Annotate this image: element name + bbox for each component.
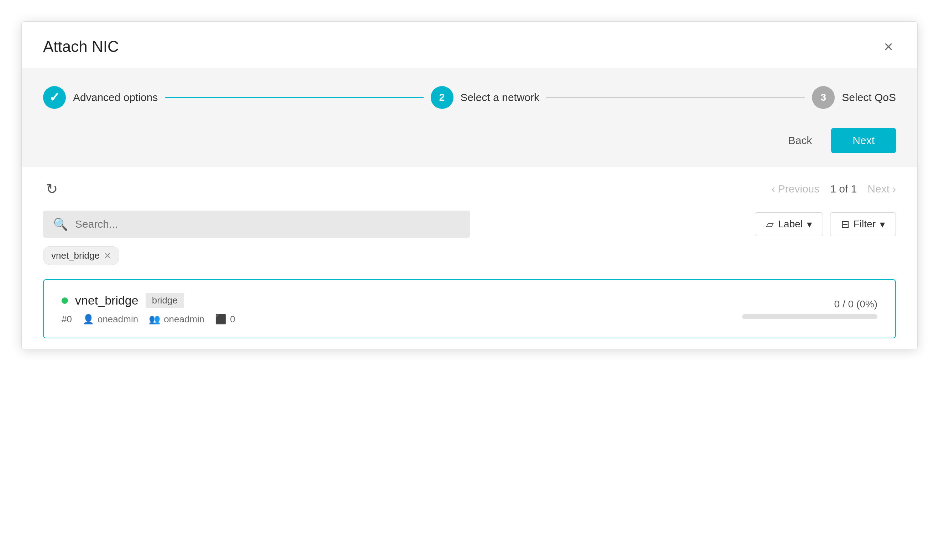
vm-icon: ⬛ xyxy=(215,314,227,325)
refresh-icon: ↻ xyxy=(46,181,58,197)
step-3-circle: 3 xyxy=(812,86,835,109)
network-name-row: vnet_bridge bridge xyxy=(62,293,235,308)
step-line-1 xyxy=(165,97,424,98)
network-group: 👥 oneadmin xyxy=(149,314,204,325)
step-1-circle: ✓ xyxy=(43,86,66,109)
close-button[interactable]: × xyxy=(881,36,896,57)
network-badge: bridge xyxy=(146,293,184,308)
tag-label: vnet_bridge xyxy=(51,250,100,261)
search-icon: 🔍 xyxy=(53,217,68,231)
filter-controls: ▱ Label ▾ ⊟ Filter ▾ xyxy=(755,212,896,236)
network-card-right: 0 / 0 (0%) xyxy=(735,298,877,319)
stepper: ✓ Advanced options 2 Select a network 3 … xyxy=(43,86,896,109)
filter-chevron-icon: ▾ xyxy=(880,218,885,230)
filter-icon: ⊟ xyxy=(841,218,849,230)
pagination-previous-button[interactable]: ‹ Previous xyxy=(772,183,820,195)
step-line-2 xyxy=(546,97,805,98)
step-2-circle: 2 xyxy=(431,86,453,109)
label-icon: ▱ xyxy=(766,218,774,230)
network-owner-value: oneadmin xyxy=(97,314,138,325)
modal-header: Attach NIC × xyxy=(22,22,917,68)
pagination-info: 1 of 1 xyxy=(830,183,857,195)
step-3-label: Select QoS xyxy=(842,91,896,103)
search-box: 🔍 xyxy=(43,211,470,238)
pagination: ‹ Previous 1 of 1 Next › xyxy=(772,183,896,195)
network-usage: 0 / 0 (0%) xyxy=(834,298,877,310)
step-3-number: 3 xyxy=(820,92,826,103)
filter-button-text: Filter xyxy=(854,218,876,230)
stepper-actions: Back Next xyxy=(22,120,917,167)
filter-button[interactable]: ⊟ Filter ▾ xyxy=(830,212,896,236)
content-section: ↻ ‹ Previous 1 of 1 Next › 🔍 xyxy=(22,167,917,349)
network-owner: 👤 oneadmin xyxy=(83,314,138,325)
label-button[interactable]: ▱ Label ▾ xyxy=(755,212,823,236)
network-meta: #0 👤 oneadmin 👥 oneadmin ⬛ 0 xyxy=(62,314,235,325)
progress-bar-container xyxy=(742,314,877,319)
group-icon: 👥 xyxy=(149,314,160,325)
network-vms: ⬛ 0 xyxy=(215,314,235,325)
step-1: ✓ Advanced options xyxy=(43,86,158,109)
modal-title: Attach NIC xyxy=(43,38,119,55)
status-dot xyxy=(62,297,68,304)
chevron-left-icon: ‹ xyxy=(772,183,775,195)
step-2: 2 Select a network xyxy=(431,86,540,109)
previous-label: Previous xyxy=(778,183,820,195)
user-icon: 👤 xyxy=(83,314,94,325)
network-card[interactable]: vnet_bridge bridge #0 👤 oneadmin 👥 onead… xyxy=(43,279,896,338)
toolbar: ↻ ‹ Previous 1 of 1 Next › xyxy=(43,178,896,200)
search-row: 🔍 ▱ Label ▾ ⊟ Filter ▾ xyxy=(43,211,896,238)
stepper-section: ✓ Advanced options 2 Select a network 3 … xyxy=(22,68,917,120)
attach-nic-modal: Attach NIC × ✓ Advanced options 2 Select… xyxy=(22,22,917,349)
network-vms-value: 0 xyxy=(230,314,235,325)
back-button[interactable]: Back xyxy=(778,129,823,152)
next-label: Next xyxy=(868,183,890,195)
network-id: #0 xyxy=(62,314,72,325)
refresh-button[interactable]: ↻ xyxy=(43,178,61,200)
step-1-checkmark: ✓ xyxy=(49,90,60,105)
tag-vnet-bridge: vnet_bridge ✕ xyxy=(43,246,119,265)
label-button-text: Label xyxy=(778,218,803,230)
network-id-value: #0 xyxy=(62,314,72,325)
step-1-label: Advanced options xyxy=(73,91,158,103)
next-button[interactable]: Next xyxy=(831,128,896,153)
tag-close-button[interactable]: ✕ xyxy=(104,251,111,261)
label-chevron-icon: ▾ xyxy=(807,218,812,230)
network-group-value: oneadmin xyxy=(164,314,204,325)
search-input[interactable] xyxy=(75,218,460,230)
pagination-next-button[interactable]: Next › xyxy=(868,183,896,195)
step-2-number: 2 xyxy=(439,92,445,103)
network-name: vnet_bridge xyxy=(75,294,139,308)
chevron-right-icon: › xyxy=(892,183,896,195)
step-2-label: Select a network xyxy=(461,91,540,103)
network-card-left: vnet_bridge bridge #0 👤 oneadmin 👥 onead… xyxy=(62,293,235,325)
step-3: 3 Select QoS xyxy=(812,86,896,109)
tags-row: vnet_bridge ✕ xyxy=(43,246,896,265)
